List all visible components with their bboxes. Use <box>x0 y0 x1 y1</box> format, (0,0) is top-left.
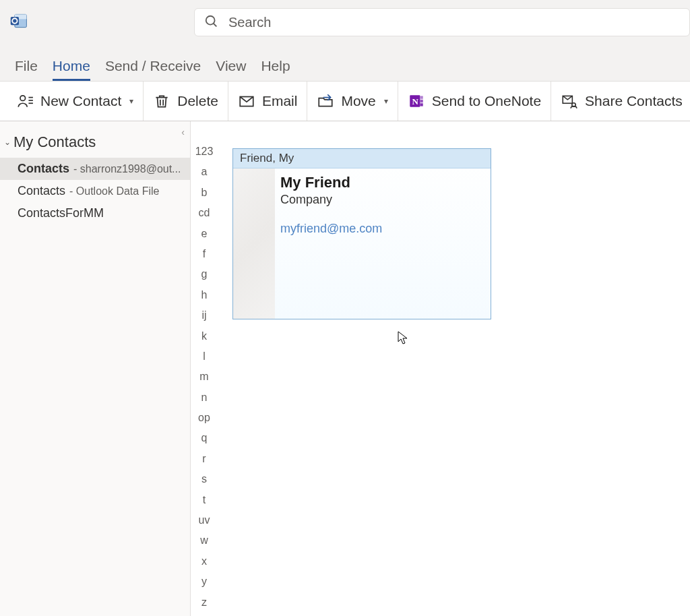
folder-label: Contacts <box>18 162 69 176</box>
cursor-icon <box>398 331 408 346</box>
folder-label: ContactsForMM <box>18 206 104 220</box>
share-contacts-button[interactable]: Share Contacts ▾ <box>561 92 690 110</box>
alpha-index-item[interactable]: k <box>201 329 207 344</box>
folder-label: Contacts <box>18 184 65 198</box>
alpha-index-item[interactable]: s <box>201 472 207 487</box>
trash-icon <box>153 92 170 110</box>
alpha-index-item[interactable]: l <box>203 349 206 364</box>
alpha-index-item[interactable]: z <box>201 595 207 610</box>
email-button[interactable]: Email <box>238 92 298 110</box>
main-area: ‹ ⌄ My Contacts Contacts - sharronz1998@… <box>0 121 690 616</box>
svg-rect-17 <box>420 103 422 106</box>
contact-company: Company <box>280 193 382 207</box>
send-onenote-label: Send to OneNote <box>432 93 541 109</box>
alpha-index-item[interactable]: b <box>201 185 208 200</box>
new-contact-button[interactable]: New Contact ▾ <box>16 92 133 110</box>
email-label: Email <box>262 93 298 109</box>
contact-email: myfriend@me.com <box>280 222 382 236</box>
delete-label: Delete <box>177 93 218 109</box>
ribbon-toolbar: New Contact ▾ Delete Email <box>0 81 690 121</box>
svg-text:N: N <box>412 96 418 106</box>
mail-icon <box>238 92 255 110</box>
folder-account: - Outlook Data File <box>69 185 159 197</box>
alpha-index-item[interactable]: a <box>201 164 208 179</box>
contacts-pane: Friend, My My Friend Company myfriend@me… <box>218 121 690 616</box>
alpha-index-item[interactable]: h <box>201 288 208 303</box>
sidebar-header-label: My Contacts <box>13 133 96 151</box>
svg-point-4 <box>206 16 215 24</box>
alpha-index-item[interactable]: f <box>203 247 206 261</box>
menu-tab-help[interactable]: Help <box>261 58 290 81</box>
search-input[interactable] <box>228 15 680 30</box>
alphabet-index: 123 a b cd e f g h ij k l m n op q r s t… <box>191 121 218 616</box>
alpha-index-item[interactable]: m <box>199 369 208 384</box>
alpha-index-item[interactable]: y <box>201 574 207 589</box>
share-contacts-icon <box>561 92 578 110</box>
alpha-index-item[interactable]: w <box>200 533 208 548</box>
alpha-index-item[interactable]: x <box>201 554 207 569</box>
alpha-index-item[interactable]: 123 <box>195 144 214 159</box>
alpha-index-item[interactable]: q <box>201 431 208 445</box>
alpha-index-item[interactable]: uv <box>199 513 210 528</box>
menu-tab-home[interactable]: Home <box>53 58 90 81</box>
alpha-index-item[interactable]: r <box>202 452 206 466</box>
svg-rect-16 <box>420 100 422 102</box>
move-folder-icon <box>317 92 334 110</box>
delete-button[interactable]: Delete <box>153 92 218 110</box>
new-contact-icon <box>16 92 34 110</box>
alpha-index-item[interactable]: t <box>203 493 206 507</box>
menu-tabs: File Home Send / Receive View Help <box>0 42 690 81</box>
sidebar-collapse-button[interactable]: ‹ <box>181 127 185 137</box>
chevron-down-icon: ▾ <box>129 96 133 106</box>
folder-item-contacts-datafile[interactable]: Contacts - Outlook Data File <box>0 180 190 202</box>
menu-tab-file[interactable]: File <box>15 58 38 81</box>
contact-display-name: My Friend <box>280 174 382 191</box>
folder-item-contacts-account[interactable]: Contacts - sharronz1998@out... <box>0 158 190 180</box>
outlook-app-icon <box>9 11 28 30</box>
menu-tab-view[interactable]: View <box>216 58 246 81</box>
svg-line-5 <box>214 23 217 26</box>
chevron-down-icon: ▾ <box>384 96 388 106</box>
alpha-index-item[interactable]: ij <box>201 308 206 323</box>
title-bar <box>0 0 690 42</box>
sidebar-header-my-contacts[interactable]: ⌄ My Contacts <box>0 121 190 158</box>
new-contact-label: New Contact <box>40 93 121 109</box>
contact-card[interactable]: Friend, My My Friend Company myfriend@me… <box>232 148 491 319</box>
contact-avatar-placeholder <box>233 168 275 319</box>
alpha-index-item[interactable]: e <box>201 226 208 241</box>
search-icon <box>204 14 219 31</box>
global-search[interactable] <box>194 8 690 36</box>
contact-card-header: Friend, My <box>233 149 491 168</box>
menu-tab-send-receive[interactable]: Send / Receive <box>105 58 201 81</box>
contact-card-body: My Friend Company myfriend@me.com <box>233 168 491 319</box>
move-button[interactable]: Move ▾ <box>317 92 387 110</box>
contact-card-details: My Friend Company myfriend@me.com <box>275 168 389 319</box>
folder-list: Contacts - sharronz1998@out... Contacts … <box>0 158 190 224</box>
folder-item-contacts-for-mm[interactable]: ContactsForMM <box>0 202 190 224</box>
move-label: Move <box>341 93 375 109</box>
alpha-index-item[interactable]: op <box>198 410 210 425</box>
alpha-index-item[interactable]: n <box>201 390 208 405</box>
send-onenote-button[interactable]: N Send to OneNote <box>408 92 541 110</box>
onenote-icon: N <box>408 92 425 110</box>
share-contacts-label: Share Contacts <box>585 93 683 109</box>
navigation-sidebar: ‹ ⌄ My Contacts Contacts - sharronz1998@… <box>0 121 191 616</box>
alpha-index-item[interactable]: cd <box>199 206 210 220</box>
svg-rect-15 <box>420 96 422 98</box>
alpha-index-item[interactable]: g <box>201 267 208 282</box>
chevron-down-icon: ⌄ <box>4 137 11 147</box>
svg-point-6 <box>20 96 26 101</box>
folder-account: - sharronz1998@out... <box>73 163 181 175</box>
